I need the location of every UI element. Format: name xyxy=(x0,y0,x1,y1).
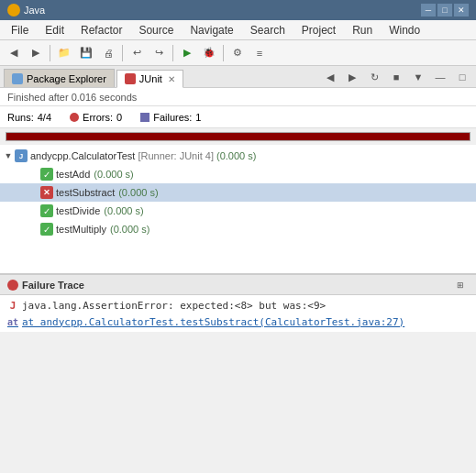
root-runner: [Runner: JUnit 4] xyxy=(138,150,214,161)
toolbar-run[interactable]: ▶ xyxy=(177,43,197,63)
failure-content: J java.lang.AssertionError: expected:<8>… xyxy=(0,295,476,332)
trace-at-icon: at xyxy=(7,316,18,327)
failure-section: Failure Trace ⊞ J java.lang.AssertionErr… xyxy=(0,273,476,332)
status-text: Finished after 0.016 seconds xyxy=(7,92,137,103)
pass-icon-testMultiply: ✓ xyxy=(40,223,53,236)
tab-junit[interactable]: JUnit ✕ xyxy=(116,70,183,88)
minimize-button[interactable]: ─ xyxy=(421,4,436,16)
failure-header-label: Failure Trace xyxy=(22,280,84,291)
toolbar-redo[interactable]: ↪ xyxy=(149,43,169,63)
runs-label: Runs: xyxy=(7,112,34,123)
progress-bar-container xyxy=(6,132,470,141)
stat-errors: Errors: 0 xyxy=(70,112,122,123)
suite-icon: J xyxy=(15,149,28,162)
main-toolbar: ◀ ▶ 📁 💾 🖨 ↩ ↪ ▶ 🐞 ⚙ ≡ xyxy=(0,40,476,66)
trace-text-0: java.lang.AssertionError: expected:<8> b… xyxy=(22,300,326,312)
tab-toolbar-rerun[interactable]: ↻ xyxy=(364,67,384,87)
menu-search[interactable]: Search xyxy=(243,21,293,39)
tab-toolbar-minimize[interactable]: — xyxy=(430,67,450,87)
toolbar-separator-1 xyxy=(50,45,50,61)
tree-empty-space xyxy=(0,255,476,273)
toolbar-save[interactable]: 💾 xyxy=(76,43,96,63)
menu-file[interactable]: File xyxy=(4,21,36,39)
toolbar-more[interactable]: ≡ xyxy=(249,43,270,63)
stat-runs: Runs: 4/4 xyxy=(7,112,51,123)
root-classname: andycpp.CalculatorTest xyxy=(30,150,135,161)
junit-icon xyxy=(125,73,136,84)
failures-label: Failures: xyxy=(153,112,192,123)
tree-testDivide-label: testDivide xyxy=(56,205,100,216)
trace-text-1: at andycpp.CalculatorTest.testSubstract(… xyxy=(22,316,404,328)
toolbar-debug[interactable]: 🐞 xyxy=(199,43,219,63)
tab-toolbar-options[interactable]: ▼ xyxy=(408,67,428,87)
menu-navigate[interactable]: Navigate xyxy=(183,21,240,39)
toolbar-open[interactable]: 📁 xyxy=(54,43,74,63)
tree-root-label: andycpp.CalculatorTest [Runner: JUnit 4]… xyxy=(30,150,256,161)
app-icon xyxy=(7,4,20,16)
pass-icon-testDivide: ✓ xyxy=(40,204,53,217)
tab-toolbar-maximize[interactable]: □ xyxy=(452,67,472,87)
errors-value: 0 xyxy=(116,112,122,123)
tree-testDivide-time: (0.000 s) xyxy=(104,205,143,216)
failure-toolbar-btn[interactable]: ⊞ xyxy=(452,277,469,293)
test-tree[interactable]: ▼ J andycpp.CalculatorTest [Runner: JUni… xyxy=(0,145,476,255)
failures-icon xyxy=(140,113,149,122)
trace-error-icon: J xyxy=(7,300,18,311)
fail-icon-testSubstract: ✕ xyxy=(40,186,53,199)
trace-line-1[interactable]: at at andycpp.CalculatorTest.testSubstra… xyxy=(4,314,472,330)
toolbar-forward[interactable]: ▶ xyxy=(26,43,46,63)
errors-icon xyxy=(70,113,79,122)
toolbar-separator-3 xyxy=(172,45,173,61)
title-bar-controls[interactable]: ─ □ ✕ xyxy=(421,4,469,16)
tree-testMultiply-time: (0.000 s) xyxy=(110,224,149,235)
status-line: Finished after 0.016 seconds xyxy=(0,88,476,106)
tree-root[interactable]: ▼ J andycpp.CalculatorTest [Runner: JUni… xyxy=(0,147,476,165)
menu-run[interactable]: Run xyxy=(345,21,380,39)
tab-package-explorer[interactable]: Package Explorer xyxy=(4,69,115,87)
trace-line-0: J java.lang.AssertionError: expected:<8>… xyxy=(4,297,472,314)
failure-header-icon xyxy=(7,280,18,291)
tree-testMultiply-label: testMultiply xyxy=(56,224,106,235)
title-bar: Java ─ □ ✕ xyxy=(0,0,476,20)
tree-testSubstract-label: testSubstract xyxy=(56,187,115,198)
tab-toolbar-history-forward[interactable]: ▶ xyxy=(342,67,362,87)
stats-bar: Runs: 4/4 Errors: 0 Failures: 1 xyxy=(0,106,476,128)
root-time: (0.000 s) xyxy=(216,150,256,161)
menu-edit[interactable]: Edit xyxy=(38,21,72,39)
tree-testAdd-label: testAdd xyxy=(56,169,90,180)
menu-bar: File Edit Refactor Source Navigate Searc… xyxy=(0,20,476,40)
tree-testSubstract-time: (0.000 s) xyxy=(118,187,158,198)
toolbar-undo[interactable]: ↩ xyxy=(127,43,147,63)
tree-testAdd-time: (0.000 s) xyxy=(94,169,133,180)
toolbar-separator-4 xyxy=(223,45,224,61)
toolbar-settings[interactable]: ⚙ xyxy=(227,43,248,63)
errors-label: Errors: xyxy=(83,112,113,123)
tree-item-testAdd[interactable]: ✓ testAdd (0.000 s) xyxy=(0,165,476,183)
menu-refactor[interactable]: Refactor xyxy=(73,21,129,39)
close-button[interactable]: ✕ xyxy=(454,4,469,16)
title-bar-left: Java xyxy=(7,4,45,16)
menu-source[interactable]: Source xyxy=(131,21,181,39)
runs-value: 4/4 xyxy=(38,112,51,123)
failures-value: 1 xyxy=(195,112,201,123)
title-bar-title: Java xyxy=(24,5,45,16)
toolbar-separator-2 xyxy=(122,45,123,61)
tab-toolbar-stop[interactable]: ■ xyxy=(386,67,406,87)
tab-junit-label: JUnit xyxy=(139,73,162,84)
tree-item-testMultiply[interactable]: ✓ testMultiply (0.000 s) xyxy=(0,220,476,238)
tab-toolbar-history-back[interactable]: ◀ xyxy=(320,67,340,87)
stat-failures: Failures: 1 xyxy=(140,112,201,123)
tab-junit-close[interactable]: ✕ xyxy=(168,74,175,84)
toolbar-print[interactable]: 🖨 xyxy=(98,43,118,63)
failure-header: Failure Trace ⊞ xyxy=(0,275,476,295)
tree-item-testSubstract[interactable]: ✕ testSubstract (0.000 s) xyxy=(0,183,476,202)
pass-icon-testAdd: ✓ xyxy=(40,168,53,181)
tree-item-testDivide[interactable]: ✓ testDivide (0.000 s) xyxy=(0,202,476,220)
toolbar-back[interactable]: ◀ xyxy=(4,43,24,63)
tab-bar: Package Explorer JUnit ✕ ◀ ▶ ↻ ■ ▼ — □ xyxy=(0,66,476,88)
menu-project[interactable]: Project xyxy=(294,21,343,39)
maximize-button[interactable]: □ xyxy=(437,4,452,16)
menu-window[interactable]: Windo xyxy=(382,21,427,39)
tree-expand-icon[interactable]: ▼ xyxy=(4,151,13,160)
tab-package-explorer-label: Package Explorer xyxy=(27,73,106,84)
